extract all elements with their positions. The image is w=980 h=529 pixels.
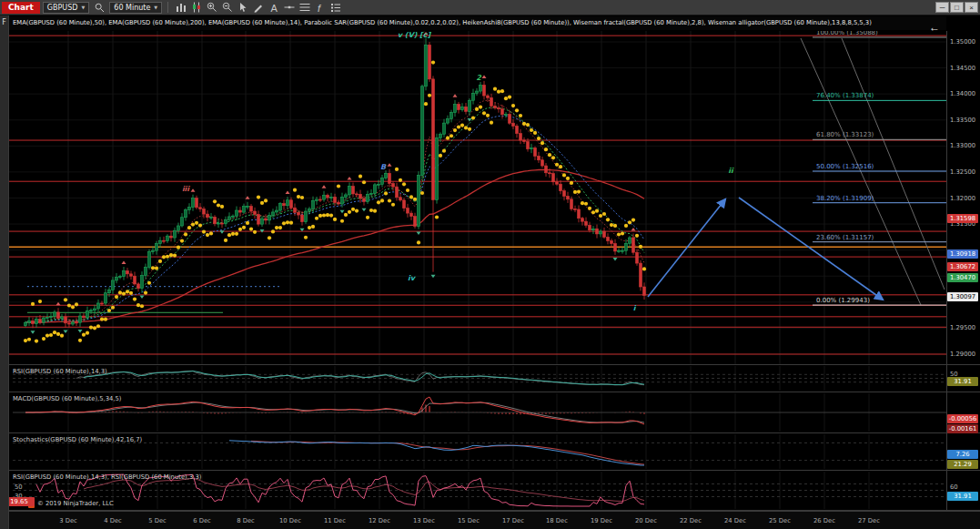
panel-separator — [0, 510, 980, 511]
projection-arrow — [648, 199, 725, 297]
toolbar-pencil-button[interactable] — [251, 1, 266, 14]
macd-panel-label: MACD(GBPUSD (60 Minute),5,34,5) — [13, 395, 122, 402]
instrument-value: GBPUSD — [47, 4, 78, 12]
toolbar-zoom-out-button[interactable] — [220, 1, 235, 14]
price-axis-label: 1.34000 — [950, 90, 975, 97]
toolbar-bars-button[interactable] — [174, 1, 188, 14]
time-axis-label: 25 Dec — [769, 517, 791, 524]
time-axis-label: 8 Dec — [237, 517, 255, 524]
wave-label: v (V) [c] — [398, 31, 432, 39]
horizontal-line-icon — [284, 2, 295, 13]
price-axis-label: 1.34500 — [950, 65, 975, 72]
fib-level-label: 100.00% (1.35088) — [816, 31, 878, 36]
time-axis[interactable]: 3 Dec4 Dec5 Dec6 Dec8 Dec10 Dec11 Dec12 … — [0, 511, 980, 529]
time-axis-label: 20 Dec — [635, 517, 657, 524]
wave-label: B — [380, 163, 387, 171]
window-controls: ─ □ × — [935, 2, 978, 13]
price-axis-label: 1.33000 — [950, 142, 975, 149]
ninjatrader-chart-window: Chart GBPUSD ▼ 60 Minute ▼ Af ─ □ × EMA(… — [0, 0, 980, 529]
price-axis-label: 1.29500 — [950, 324, 975, 331]
restore-button[interactable]: □ — [950, 2, 964, 13]
time-axis-label: 5 Dec — [148, 517, 167, 524]
toolbar-horizontal-line-button[interactable] — [282, 1, 297, 14]
fib-level-label: 50.00% (1.32516) — [816, 163, 874, 170]
time-axis-label: 22 Dec — [680, 517, 702, 524]
function-icon: f — [315, 2, 326, 13]
dock-tab[interactable]: F — [0, 15, 8, 26]
price-axis-label: 1.32500 — [950, 168, 975, 176]
time-axis-label: 11 Dec — [324, 517, 346, 524]
price-badge: 1.31598 — [947, 214, 978, 223]
toolbar-fibonacci-button[interactable] — [298, 1, 312, 14]
left-dock-strip: F — [0, 15, 9, 529]
macd-panel[interactable] — [0, 393, 946, 432]
fib-level-label: 23.60% (1.31157) — [816, 234, 874, 241]
time-axis-label: 15 Dec — [458, 517, 480, 524]
macd-value-badge: -0.00056 — [947, 414, 978, 423]
copyright-text: © 2019 NinjaTrader, LLC — [37, 500, 114, 507]
toolbar-zoom-in-button[interactable] — [205, 1, 219, 14]
price-badge: 1.30097 — [947, 292, 978, 301]
panel-separator — [0, 392, 980, 392]
chevron-down-icon: ▼ — [81, 5, 85, 10]
wave-label: 2 — [476, 74, 482, 82]
time-axis-label: 6 Dec — [193, 517, 211, 524]
fib-level-label: 76.40% (1.33874) — [816, 92, 874, 99]
price-axis-label: 1.35000 — [950, 38, 975, 46]
stoch-value-badge: 21.29 — [947, 460, 978, 469]
fibonacci-icon — [299, 2, 310, 13]
rsi1-panel[interactable] — [0, 366, 946, 391]
time-axis-label: 4 Dec — [104, 517, 122, 524]
close-button[interactable]: × — [965, 2, 978, 13]
price-axis-label: 1.32000 — [950, 195, 975, 202]
price-chart[interactable]: 100.00% (1.35088)76.40% (1.33874)61.80% … — [0, 31, 946, 364]
time-axis-label: 27 Dec — [858, 517, 880, 524]
time-axis-label: 3 Dec — [59, 517, 77, 524]
price-badge: 1.30918 — [947, 249, 978, 259]
period-value: 60 Minute — [114, 4, 150, 12]
search-icon — [95, 3, 105, 13]
toolbar-text-tool-button[interactable]: A — [267, 1, 281, 14]
macd-value-badge: -0.00161 — [947, 424, 978, 433]
zoom-out-icon — [222, 2, 233, 13]
wave-label: iii — [182, 185, 190, 193]
time-axis-label: 13 Dec — [413, 517, 435, 524]
panel-separator — [0, 470, 980, 471]
time-axis-label: 10 Dec — [279, 517, 301, 524]
price-badge: 1.30470 — [947, 273, 978, 282]
time-axis-label: 24 Dec — [724, 517, 746, 524]
toolbar-function-button[interactable]: f — [313, 1, 328, 14]
title-bar: Chart GBPUSD ▼ 60 Minute ▼ Af ─ □ × — [0, 0, 980, 15]
rsi2-axis-label: 60 — [950, 483, 958, 491]
rsi-panel-label: RSI(GBPUSD (60 Minute),14,3) — [13, 368, 107, 375]
instrument-search-button[interactable] — [92, 1, 106, 14]
zoom-in-icon — [207, 2, 217, 13]
toolbar-list-button[interactable] — [328, 1, 343, 14]
panel-collapse-arrow-button[interactable]: ← — [924, 20, 945, 35]
rsi2-axis-label: 50 — [15, 483, 23, 491]
chart-menu-tag[interactable]: Chart — [2, 2, 40, 14]
svg-text:A: A — [271, 3, 278, 14]
price-axis-label: 1.33500 — [950, 117, 975, 124]
rsi2-value-badge: 31.91 — [947, 492, 978, 501]
chevron-down-icon: ▼ — [154, 5, 157, 10]
bars-icon — [176, 2, 187, 13]
instrument-selector[interactable]: GBPUSD ▼ — [43, 2, 89, 14]
time-axis-label: 17 Dec — [502, 517, 524, 524]
price-badge: 1.30672 — [947, 262, 978, 271]
projection-arrow — [739, 198, 883, 300]
panel-separator — [0, 432, 980, 433]
fib-level-label: 0.00% (1.29943) — [816, 297, 870, 304]
indicator-settings-text: EMA(GBPUSD (60 Minute),50), EMA(GBPUSD (… — [13, 19, 872, 26]
pencil-icon — [253, 2, 264, 13]
toolbar-candlestick-button[interactable] — [189, 1, 204, 14]
minimize-button[interactable]: ─ — [935, 2, 949, 13]
indicator-settings-bar[interactable]: EMA(GBPUSD (60 Minute),50), EMA(GBPUSD (… — [9, 16, 946, 30]
text-tool-icon: A — [268, 2, 279, 13]
time-axis-label: 12 Dec — [369, 517, 390, 524]
list-icon — [330, 2, 341, 13]
price-axis-label: 1.29000 — [950, 351, 975, 358]
time-axis-label: 18 Dec — [546, 517, 568, 524]
toolbar-pointer-button[interactable] — [236, 1, 250, 14]
period-selector[interactable]: 60 Minute ▼ — [109, 2, 162, 14]
